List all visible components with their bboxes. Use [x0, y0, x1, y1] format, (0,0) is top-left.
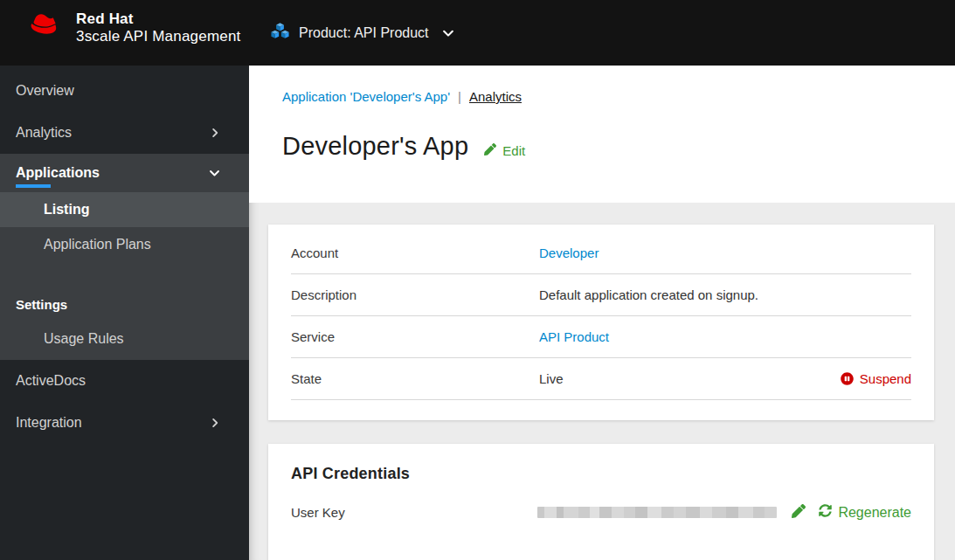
- screen: Red Hat 3scale API Management P: [0, 0, 955, 560]
- redhat-fedora-icon: [29, 13, 64, 44]
- brand-line1: Red Hat: [76, 10, 240, 28]
- sidebar-item-label: Applications: [16, 165, 100, 181]
- detail-label: Description: [291, 287, 539, 302]
- cubes-icon: [271, 23, 289, 43]
- brand-line2: 3scale API Management: [76, 28, 240, 45]
- edit-application-link[interactable]: Edit: [484, 143, 525, 158]
- sidebar-item-application-plans[interactable]: Application Plans: [0, 227, 249, 262]
- breadcrumb-analytics-link[interactable]: Analytics: [469, 89, 522, 104]
- page-title: Developer's App: [282, 132, 468, 161]
- nav-group-spacer: [0, 262, 249, 287]
- cards-area: Account Developer Description Default ap…: [249, 203, 955, 560]
- edit-link-label: Edit: [502, 143, 525, 158]
- edit-user-key-button[interactable]: [792, 504, 806, 521]
- state-value: Live: [539, 371, 564, 386]
- description-value: Default application created on signup.: [539, 287, 758, 302]
- sidebar-item-applications[interactable]: Applications: [0, 154, 249, 192]
- account-link[interactable]: Developer: [539, 245, 599, 260]
- sidebar-item-analytics[interactable]: Analytics: [0, 112, 249, 154]
- detail-row-description: Description Default application created …: [291, 274, 911, 316]
- breadcrumb-separator: |: [458, 89, 461, 104]
- api-credentials-card: API Credentials User Key Regenerate: [268, 444, 934, 560]
- sidebar-group-applications: Applications Listing Application Plans S…: [0, 154, 249, 360]
- context-selector-toggle[interactable]: Product: API Product: [271, 0, 454, 66]
- sidebar-item-usage-rules[interactable]: Usage Rules: [0, 321, 249, 356]
- detail-label: Account: [291, 245, 539, 260]
- regenerate-key-link[interactable]: Regenerate: [819, 504, 911, 521]
- regenerate-label: Regenerate: [838, 505, 911, 521]
- suspend-label: Suspend: [860, 371, 911, 386]
- chevron-right-icon: [210, 418, 220, 428]
- app-header: Red Hat 3scale API Management P: [0, 0, 955, 66]
- chevron-down-icon: [442, 27, 454, 39]
- detail-label: Service: [291, 329, 539, 344]
- api-credentials-title: API Credentials: [291, 465, 911, 483]
- main-content: Application 'Developer's App' | Analytic…: [249, 66, 955, 560]
- sidebar-item-label: Application Plans: [44, 237, 151, 252]
- detail-label: State: [291, 371, 539, 386]
- brand-home-link[interactable]: Red Hat 3scale API Management: [29, 10, 240, 45]
- sidebar-item-label: Listing: [44, 202, 89, 218]
- sidebar-item-settings[interactable]: Settings: [0, 287, 249, 321]
- page-header-section: Application 'Developer's App' | Analytic…: [249, 66, 955, 203]
- sidebar-item-label: Settings: [16, 297, 67, 312]
- suspend-link[interactable]: Suspend: [841, 371, 911, 386]
- pause-circle-icon: [841, 372, 854, 385]
- detail-row-service: Service API Product: [291, 316, 911, 358]
- sidebar-item-label: Overview: [16, 83, 74, 99]
- detail-row-state: State Live Suspend: [291, 358, 911, 400]
- sidebar-nav: Overview Analytics Applications Listing …: [0, 66, 249, 560]
- sidebar-item-activedocs[interactable]: ActiveDocs: [0, 360, 249, 402]
- user-key-label: User Key: [291, 505, 537, 520]
- breadcrumb: Application 'Developer's App' | Analytic…: [282, 89, 955, 104]
- sidebar-item-label: Integration: [16, 415, 82, 431]
- sidebar-item-integration[interactable]: Integration: [0, 402, 249, 444]
- sidebar-item-label: Analytics: [16, 125, 72, 141]
- pencil-icon: [484, 143, 496, 158]
- breadcrumb-application-link[interactable]: Application 'Developer's App': [282, 89, 450, 104]
- sidebar-item-label: ActiveDocs: [16, 373, 86, 389]
- context-selector-label: Product: API Product: [299, 25, 429, 41]
- pencil-icon: [792, 504, 806, 521]
- sync-icon: [819, 504, 832, 521]
- chevron-right-icon: [210, 128, 220, 138]
- chevron-down-icon: [209, 168, 220, 179]
- service-link[interactable]: API Product: [539, 329, 609, 344]
- user-key-row: User Key Regenerate: [291, 504, 911, 521]
- user-key-value-redacted: [537, 507, 778, 518]
- sidebar-item-listing[interactable]: Listing: [0, 192, 249, 227]
- sidebar-item-overview[interactable]: Overview: [0, 70, 249, 112]
- active-section-indicator: [16, 184, 51, 188]
- brand-text: Red Hat 3scale API Management: [76, 10, 240, 45]
- application-details-card: Account Developer Description Default ap…: [268, 225, 934, 420]
- sidebar-item-label: Usage Rules: [44, 331, 124, 347]
- detail-row-account: Account Developer: [291, 232, 911, 274]
- title-row: Developer's App Edit: [282, 132, 955, 161]
